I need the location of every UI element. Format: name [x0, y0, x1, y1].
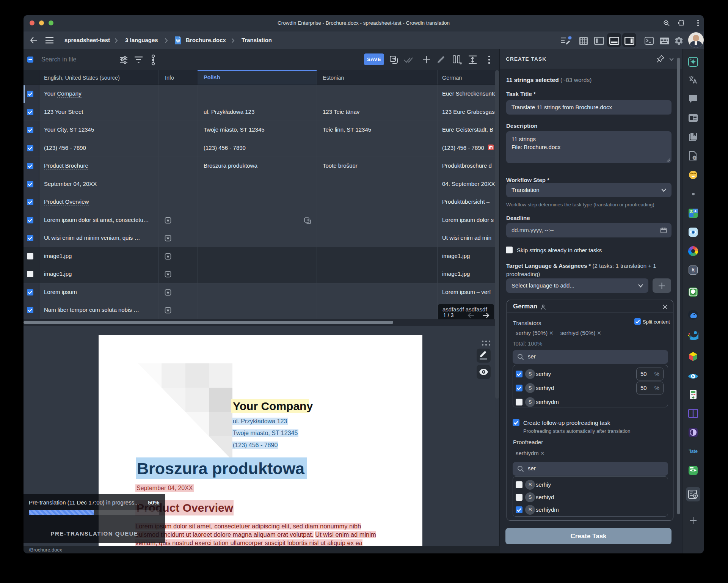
svg-text:i: i [694, 156, 695, 160]
svg-text:文: 文 [689, 210, 693, 213]
svg-text:A: A [694, 209, 697, 213]
svg-text:W: W [176, 39, 180, 43]
